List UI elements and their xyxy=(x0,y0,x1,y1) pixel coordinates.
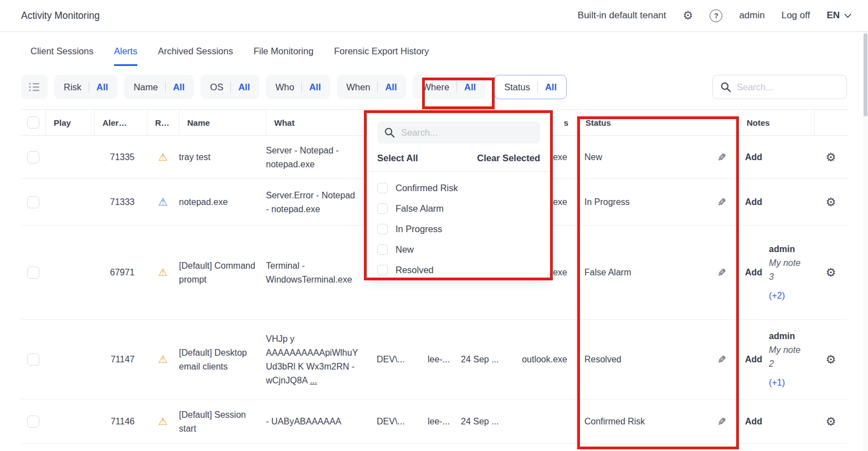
row-checkbox[interactable] xyxy=(27,353,39,366)
option-new[interactable]: New xyxy=(377,239,540,260)
filter-value: All xyxy=(385,82,397,93)
divider xyxy=(89,81,89,93)
row-settings-gear-icon[interactable]: ⚙ xyxy=(826,353,836,366)
divider xyxy=(377,81,378,93)
checkbox[interactable] xyxy=(377,244,388,255)
filter-label: When xyxy=(346,82,370,93)
filter-chip-name[interactable]: Name All xyxy=(124,75,194,99)
row-settings-gear-icon[interactable]: ⚙ xyxy=(826,415,836,428)
filter-chip-where[interactable]: Where All xyxy=(413,75,485,99)
language-selector[interactable]: EN xyxy=(826,10,851,21)
row-checkbox[interactable] xyxy=(27,196,39,208)
option-resolved[interactable]: Resolved xyxy=(377,260,540,280)
status-value: Resolved xyxy=(584,355,622,365)
what-more-link[interactable]: ... xyxy=(310,376,317,385)
settings-gear-icon[interactable]: ⚙ xyxy=(683,10,694,22)
list-icon xyxy=(28,81,40,93)
edit-status-icon[interactable]: ✎ xyxy=(717,151,726,163)
checkbox[interactable] xyxy=(377,183,388,193)
filter-value: All xyxy=(309,82,321,93)
option-false-alarm[interactable]: False Alarm xyxy=(377,198,540,219)
help-icon[interactable]: ? xyxy=(710,9,722,22)
col-header-name[interactable]: Name xyxy=(179,110,266,135)
add-note-button[interactable]: Add xyxy=(745,355,762,365)
where-cell: lee-... xyxy=(418,355,457,365)
select-all-checkbox[interactable] xyxy=(27,116,39,129)
checkbox[interactable] xyxy=(377,224,388,234)
add-note-button[interactable]: Add xyxy=(745,417,762,427)
filter-value: All xyxy=(464,82,476,93)
filter-bar: Risk All Name All OS All Who All When Al… xyxy=(21,75,847,99)
dropdown-search-input[interactable] xyxy=(401,127,528,138)
logoff-link[interactable]: Log off xyxy=(782,10,810,21)
filter-label: Where xyxy=(422,82,449,93)
col-header-play[interactable]: Play xyxy=(45,110,94,135)
column-settings-button[interactable] xyxy=(21,75,48,99)
row-settings-gear-icon[interactable]: ⚙ xyxy=(826,151,836,164)
filter-chip-status[interactable]: Status All xyxy=(494,75,567,99)
add-note-button[interactable]: Add xyxy=(745,268,762,278)
row-checkbox[interactable] xyxy=(27,266,39,279)
notes-cell: Add xyxy=(738,152,814,162)
status-cell: False Alarm ✎ xyxy=(577,226,738,319)
table-search xyxy=(712,75,847,99)
checkbox[interactable] xyxy=(377,203,388,214)
select-all-link[interactable]: Select All xyxy=(377,153,418,163)
note-more-link[interactable]: (+1) xyxy=(769,376,803,390)
tab-alerts[interactable]: Alerts xyxy=(114,46,137,66)
risk-warning-icon: ⚠ xyxy=(158,151,167,163)
tab-file-monitoring[interactable]: File Monitoring xyxy=(254,46,314,66)
search-input[interactable] xyxy=(737,82,831,93)
scrollbar-thumb[interactable] xyxy=(864,33,867,116)
option-confirmed-risk[interactable]: Confirmed Risk xyxy=(377,178,540,198)
chevron-down-icon xyxy=(844,13,851,18)
scrollbar-track[interactable] xyxy=(863,32,868,451)
who-cell: DEV\... xyxy=(367,417,418,427)
edit-status-icon[interactable]: ✎ xyxy=(717,416,726,428)
edit-status-icon[interactable]: ✎ xyxy=(717,266,726,279)
notes-cell: Add xyxy=(738,197,814,207)
add-note-button[interactable]: Add xyxy=(745,197,762,207)
filter-value: All xyxy=(545,82,557,93)
filter-chip-risk[interactable]: Risk All xyxy=(54,75,117,99)
edit-status-icon[interactable]: ✎ xyxy=(717,196,726,208)
filter-chip-os[interactable]: OS All xyxy=(201,75,259,99)
alert-id: 67971 xyxy=(94,268,147,278)
col-header-what[interactable]: What xyxy=(266,110,367,135)
notes-cell: Add xyxy=(738,417,814,427)
tab-archived-sessions[interactable]: Archived Sessions xyxy=(158,46,233,66)
col-header-risk[interactable]: R… xyxy=(147,110,179,135)
edit-status-icon[interactable]: ✎ xyxy=(717,353,726,366)
where-cell: lee-... xyxy=(418,417,457,427)
filter-label: Status xyxy=(504,82,530,93)
divider xyxy=(165,81,166,93)
status-value: False Alarm xyxy=(584,268,631,278)
alert-name: [Default] Session start xyxy=(179,408,266,435)
add-note-button[interactable]: Add xyxy=(745,152,762,162)
note-author: admin xyxy=(769,242,803,256)
note-more-link[interactable]: (+2) xyxy=(769,289,803,303)
col-header-status[interactable]: Status xyxy=(577,110,738,135)
filter-chip-who[interactable]: Who All xyxy=(266,75,330,99)
checkbox[interactable] xyxy=(377,265,388,275)
filter-label: Who xyxy=(275,82,294,93)
row-checkbox[interactable] xyxy=(27,416,39,428)
row-checkbox[interactable] xyxy=(27,151,39,163)
divider xyxy=(301,81,302,93)
tab-client-sessions[interactable]: Client Sessions xyxy=(30,46,94,66)
alert-id: 71335 xyxy=(94,152,147,162)
dropdown-options: Confirmed Risk False Alarm In Progress N… xyxy=(377,178,540,280)
status-filter-dropdown: Select All Clear Selected Confirmed Risk… xyxy=(367,114,550,278)
alert-name: [Default] Command prompt xyxy=(179,259,266,286)
filter-label: Name xyxy=(133,82,158,93)
option-label: Confirmed Risk xyxy=(396,183,458,193)
clear-selected-link[interactable]: Clear Selected xyxy=(477,153,540,163)
filter-chip-when[interactable]: When All xyxy=(337,75,406,99)
col-header-notes[interactable]: Notes xyxy=(738,110,814,135)
alert-id: 71333 xyxy=(94,197,147,207)
row-settings-gear-icon[interactable]: ⚙ xyxy=(826,196,836,209)
option-in-progress[interactable]: In Progress xyxy=(377,219,540,239)
tab-forensic-export-history[interactable]: Forensic Export History xyxy=(334,46,429,66)
col-header-alert[interactable]: Aler… xyxy=(94,110,147,135)
row-settings-gear-icon[interactable]: ⚙ xyxy=(826,266,836,279)
